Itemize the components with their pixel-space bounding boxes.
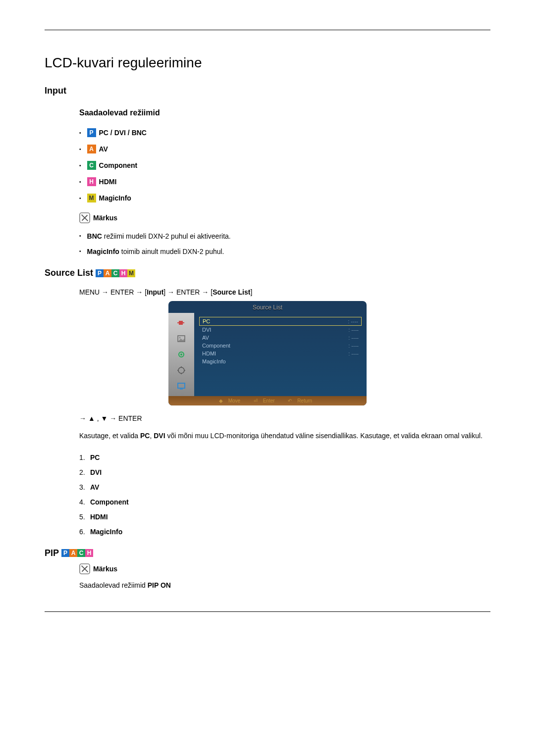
bullet-icon: • — [79, 163, 81, 168]
osd-nav — [168, 313, 194, 396]
list-item: 6. MagicInfo — [79, 528, 490, 536]
source-list-heading: Source List — [45, 268, 93, 278]
mode-item-component: • C Component — [79, 161, 490, 170]
pip-heading: PIP — [45, 548, 59, 558]
badge-a-icon: A — [69, 549, 77, 557]
badge-a-icon: A — [87, 145, 96, 153]
badge-h-icon: H — [85, 549, 93, 557]
badge-h-icon: H — [87, 177, 96, 186]
mode-list: • P PC / DVI / BNC • A AV • C Component … — [79, 128, 490, 202]
note-icon — [79, 563, 90, 574]
modes-heading: Saadaolevad režiimid — [79, 108, 490, 117]
list-item: 2. DVI — [79, 468, 490, 476]
note-label: Märkus — [93, 565, 117, 573]
svg-rect-6 — [178, 383, 185, 388]
gear-icon — [175, 349, 187, 360]
badge-p-icon: P — [61, 549, 69, 557]
bullet-icon: • — [79, 233, 81, 240]
bullet-icon: • — [79, 249, 81, 255]
note-label: Märkus — [93, 214, 117, 222]
osd-box: Source List PC: ---- DVI: ---- AV: ---- … — [168, 301, 367, 405]
note-item: • MagicInfo toimib ainult mudeli DXN-2 p… — [79, 248, 490, 255]
source-list-paragraph: Kasutage, et valida PC, DVI või mõni muu… — [79, 431, 490, 441]
numbered-list: 1. PC 2. DVI 3. AV 4. Component 5. HDMI … — [79, 454, 490, 536]
osd-list: PC: ---- DVI: ---- AV: ---- Component: -… — [194, 313, 367, 396]
top-rule — [45, 30, 490, 30]
note-list: • BNC režiimi mudeli DXN-2 puhul ei akti… — [79, 232, 490, 255]
bullet-icon: • — [79, 179, 81, 185]
note-icon — [79, 212, 90, 223]
list-item: 4. Component — [79, 498, 490, 506]
badge-h-icon: H — [119, 269, 127, 277]
osd-item-hdmi: HDMI: ---- — [199, 350, 362, 357]
mode-item-pc: • P PC / DVI / BNC — [79, 128, 490, 137]
bottom-rule — [45, 611, 490, 612]
mode-label: PC / DVI / BNC — [99, 129, 147, 137]
note-row: Märkus — [79, 212, 490, 223]
badge-c-icon: C — [111, 269, 119, 277]
osd-item-av: AV: ---- — [199, 334, 362, 342]
bullet-icon: • — [79, 130, 81, 136]
mode-item-av: • A AV — [79, 145, 490, 153]
list-item: 5. HDMI — [79, 513, 490, 521]
osd-item-component: Component: ---- — [199, 342, 362, 350]
badge-m-icon: M — [127, 269, 135, 277]
svg-point-4 — [180, 353, 182, 355]
nav-path: → ▲ , ▼ → ENTER — [79, 414, 490, 422]
source-list-heading-row: Source List P A C H M — [45, 268, 490, 278]
svg-point-2 — [179, 337, 181, 339]
input-heading: Input — [45, 86, 490, 96]
badge-p-icon: P — [96, 269, 104, 277]
mode-label: AV — [99, 145, 108, 153]
note-text: MagicInfo toimib ainult mudeli DXN-2 puh… — [87, 248, 224, 255]
picture-icon — [175, 333, 187, 345]
badge-a-icon: A — [104, 269, 111, 277]
osd-item-dvi: DVI: ---- — [199, 326, 362, 334]
pip-note-row: Märkus — [79, 563, 490, 574]
menu-path: MENU → ENTER → [Input] → ENTER → [Source… — [79, 288, 490, 296]
note-text: BNC režiimi mudeli DXN-2 puhul ei aktive… — [87, 232, 231, 240]
plug-icon — [175, 317, 187, 329]
list-item: 1. PC — [79, 454, 490, 461]
pip-heading-row: PIP P A C H — [45, 548, 490, 558]
badge-strip: P A C H — [61, 549, 93, 557]
list-item: 3. AV — [79, 483, 490, 491]
badge-c-icon: C — [77, 549, 85, 557]
settings-icon — [175, 364, 187, 376]
badge-strip: P A C H M — [96, 269, 135, 277]
screen-icon — [175, 380, 187, 392]
svg-point-5 — [178, 367, 184, 373]
osd-return-label: ↶ Return — [288, 398, 316, 403]
osd-item-pc: PC: ---- — [199, 317, 362, 326]
note-item: • BNC režiimi mudeli DXN-2 puhul ei akti… — [79, 232, 490, 240]
mode-label: HDMI — [99, 178, 117, 186]
mode-item-hdmi: • H HDMI — [79, 177, 490, 186]
osd-move-label: ◆ Move — [219, 398, 244, 403]
osd-item-magicinfo: MagicInfo — [199, 357, 362, 365]
badge-m-icon: M — [87, 194, 96, 202]
mode-label: Component — [99, 161, 138, 169]
badge-p-icon: P — [87, 128, 96, 137]
bullet-icon: • — [79, 196, 81, 201]
badge-c-icon: C — [87, 161, 96, 170]
osd-enter-label: ⏎ Enter — [254, 398, 279, 403]
page-title: LCD-kuvari reguleerimine — [45, 55, 490, 71]
osd-footer: ◆ Move ⏎ Enter ↶ Return — [168, 396, 367, 405]
osd-title: Source List — [168, 301, 367, 313]
mode-label: MagicInfo — [99, 194, 131, 202]
bullet-icon: • — [79, 147, 81, 152]
mode-item-magicinfo: • M MagicInfo — [79, 194, 490, 202]
pip-text: Saadaolevad režiimid PIP ON — [79, 581, 490, 589]
